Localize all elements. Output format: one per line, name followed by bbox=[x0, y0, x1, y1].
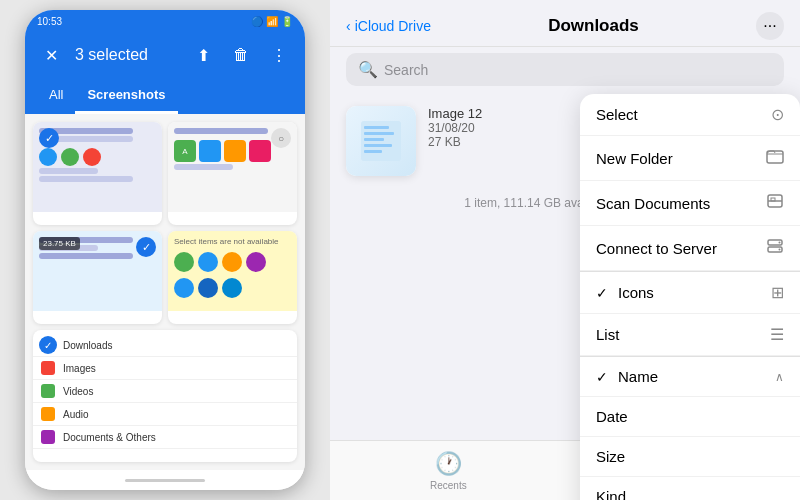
size-badge: 23.75 KB bbox=[39, 237, 80, 250]
ios-files-panel: ‹ iCloud Drive Downloads ··· 🔍 Search bbox=[330, 0, 800, 500]
search-input[interactable]: 🔍 Search bbox=[346, 53, 784, 86]
phone-device: 10:53 🔵 📶 🔋 ✕ 3 selected ⬆ 🗑 ⋮ All Scree… bbox=[25, 10, 305, 490]
svg-rect-8 bbox=[771, 198, 775, 201]
dropdown-item-kind[interactable]: Kind bbox=[580, 477, 800, 500]
dropdown-item-icons[interactable]: ✓ Icons ⊞ bbox=[580, 272, 800, 314]
svg-point-12 bbox=[779, 249, 781, 251]
grid-item-1[interactable]: ✓ bbox=[33, 122, 162, 225]
home-indicator bbox=[125, 479, 205, 482]
recents-icon: 🕐 bbox=[435, 451, 462, 477]
dropdown-item-name[interactable]: ✓ Name ∧ bbox=[580, 357, 800, 397]
grid-item-4[interactable]: Select items are not available bbox=[168, 231, 297, 324]
dropdown-item-new-folder[interactable]: New Folder bbox=[580, 136, 800, 181]
back-chevron-icon: ‹ bbox=[346, 18, 351, 34]
search-placeholder: Search bbox=[384, 62, 428, 78]
select-icon: ⊙ bbox=[771, 105, 784, 124]
dropdown-label-connect-server: Connect to Server bbox=[596, 240, 717, 257]
ios-main-area: Image 12 31/08/20 27 KB 1 item, 111.14 G… bbox=[330, 94, 800, 440]
dropdown-label-size: Size bbox=[596, 448, 625, 465]
file-date: 31/08/20 bbox=[428, 121, 482, 135]
phone-time: 10:53 bbox=[37, 16, 62, 27]
new-folder-icon bbox=[766, 147, 784, 169]
more-dots-icon: ··· bbox=[763, 17, 776, 35]
check-3: ✓ bbox=[136, 237, 156, 257]
grid-item-2[interactable]: ○ A bbox=[168, 122, 297, 225]
back-label: iCloud Drive bbox=[355, 18, 431, 34]
android-phone-panel: 10:53 🔵 📶 🔋 ✕ 3 selected ⬆ 🗑 ⋮ All Scree… bbox=[0, 0, 330, 500]
share-button[interactable]: ⬆ bbox=[189, 41, 217, 69]
phone-icons: 🔵 📶 🔋 bbox=[251, 16, 293, 27]
more-button[interactable]: ⋮ bbox=[265, 41, 293, 69]
file-size: 27 KB bbox=[428, 135, 482, 149]
dropdown-label-new-folder: New Folder bbox=[596, 150, 673, 167]
list-view-icon: ☰ bbox=[770, 325, 784, 344]
svg-rect-1 bbox=[364, 126, 389, 129]
radio-unselected: ○ bbox=[271, 128, 291, 148]
file-thumbnail bbox=[346, 106, 416, 176]
list-row-audio: Audio bbox=[33, 403, 297, 426]
scan-icon bbox=[766, 192, 784, 214]
dropdown-label-name: Name bbox=[618, 368, 658, 385]
back-button[interactable]: ‹ iCloud Drive bbox=[346, 18, 431, 34]
grid-item-list[interactable]: ✓ Downloads Images Videos bbox=[33, 330, 297, 462]
list-row-documents: Documents & Others bbox=[33, 426, 297, 449]
icons-check: ✓ bbox=[596, 285, 608, 301]
more-options-button[interactable]: ··· bbox=[756, 12, 784, 40]
phone-home-bar bbox=[25, 470, 305, 490]
file-metadata: Image 12 31/08/20 27 KB bbox=[428, 106, 482, 149]
close-button[interactable]: ✕ bbox=[37, 41, 65, 69]
dropdown-label-date: Date bbox=[596, 408, 628, 425]
list-row-images: Images bbox=[33, 357, 297, 380]
dropdown-item-size[interactable]: Size bbox=[580, 437, 800, 477]
dropdown-label-kind: Kind bbox=[596, 488, 626, 500]
svg-rect-3 bbox=[364, 138, 384, 141]
dropdown-item-scan-documents[interactable]: Scan Documents bbox=[580, 181, 800, 226]
phone-tabs: All Screenshots bbox=[25, 78, 305, 114]
dropdown-item-date[interactable]: Date bbox=[580, 397, 800, 437]
dropdown-item-list[interactable]: List ☰ bbox=[580, 314, 800, 356]
ios-nav-bar: ‹ iCloud Drive Downloads ··· bbox=[330, 0, 800, 47]
svg-rect-2 bbox=[364, 132, 394, 135]
selection-count: 3 selected bbox=[75, 46, 179, 64]
delete-button[interactable]: 🗑 bbox=[227, 41, 255, 69]
search-icon: 🔍 bbox=[358, 60, 378, 79]
search-bar-container: 🔍 Search bbox=[330, 47, 800, 94]
dropdown-item-select[interactable]: Select ⊙ bbox=[580, 94, 800, 136]
server-icon bbox=[766, 237, 784, 259]
videos-icon bbox=[41, 384, 55, 398]
list-row-downloads: Downloads bbox=[33, 334, 297, 357]
tab-recents[interactable]: 🕐 Recents bbox=[410, 447, 487, 495]
dropdown-menu: Select ⊙ New Folder Scan Documents bbox=[580, 94, 800, 500]
svg-rect-4 bbox=[364, 144, 392, 147]
dropdown-label-select: Select bbox=[596, 106, 638, 123]
documents-icon bbox=[41, 430, 55, 444]
tab-screenshots[interactable]: Screenshots bbox=[75, 78, 177, 114]
dropdown-label-icons: Icons bbox=[618, 284, 654, 301]
svg-rect-5 bbox=[364, 150, 382, 153]
tab-all[interactable]: All bbox=[37, 78, 75, 114]
dropdown-item-connect-server[interactable]: Connect to Server bbox=[580, 226, 800, 271]
page-title: Downloads bbox=[548, 16, 639, 36]
icons-view-icon: ⊞ bbox=[771, 283, 784, 302]
recents-label: Recents bbox=[430, 480, 467, 491]
check-1: ✓ bbox=[39, 128, 59, 148]
file-thumb-inner bbox=[346, 106, 416, 176]
dropdown-label-list: List bbox=[596, 326, 619, 343]
file-name: Image 12 bbox=[428, 106, 482, 121]
phone-grid: ✓ ○ A bbox=[25, 114, 305, 470]
dropdown-label-scan-documents: Scan Documents bbox=[596, 195, 710, 212]
list-row-videos: Videos bbox=[33, 380, 297, 403]
audio-icon bbox=[41, 407, 55, 421]
svg-point-11 bbox=[779, 242, 781, 244]
chevron-up-icon: ∧ bbox=[775, 370, 784, 384]
grid-item-3[interactable]: 23.75 KB ✓ bbox=[33, 231, 162, 324]
check-list: ✓ bbox=[39, 336, 57, 354]
images-icon bbox=[41, 361, 55, 375]
phone-toolbar: ✕ 3 selected ⬆ 🗑 ⋮ bbox=[25, 32, 305, 78]
name-check: ✓ bbox=[596, 369, 608, 385]
phone-status-bar: 10:53 🔵 📶 🔋 bbox=[25, 10, 305, 32]
